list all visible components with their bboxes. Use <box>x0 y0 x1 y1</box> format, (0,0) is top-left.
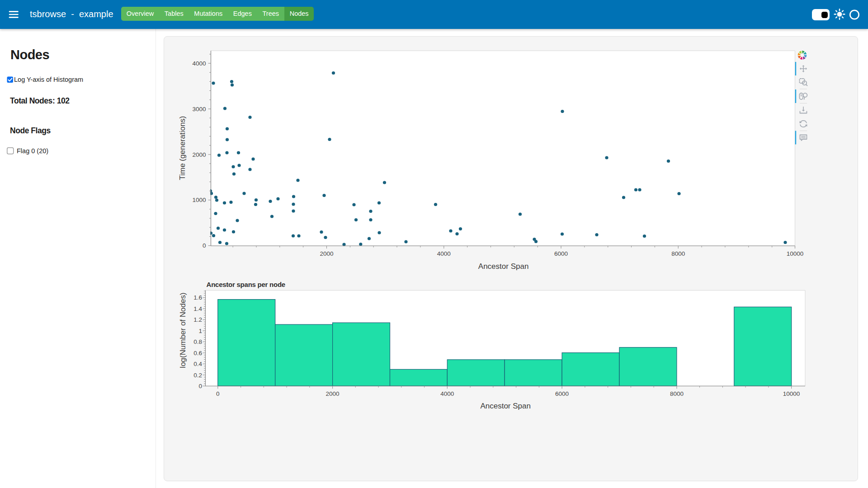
svg-text:4000: 4000 <box>437 250 451 257</box>
svg-text:log(Number of Nodes): log(Number of Nodes) <box>179 292 187 368</box>
svg-text:3000: 3000 <box>193 106 206 113</box>
svg-text:0.2: 0.2 <box>193 372 202 379</box>
svg-text:Ancestor spans per node: Ancestor spans per node <box>207 281 285 288</box>
svg-text:2000: 2000 <box>193 151 206 158</box>
svg-text:1000: 1000 <box>193 197 206 203</box>
svg-text:0.8: 0.8 <box>193 338 202 345</box>
svg-text:4000: 4000 <box>193 60 206 67</box>
svg-text:8000: 8000 <box>671 250 685 257</box>
svg-text:6000: 6000 <box>555 390 569 397</box>
svg-text:10000: 10000 <box>783 390 800 397</box>
svg-text:Ancestor Span: Ancestor Span <box>480 402 531 410</box>
svg-text:2000: 2000 <box>320 250 333 257</box>
svg-text:1.2: 1.2 <box>193 316 202 323</box>
svg-text:2000: 2000 <box>326 390 340 397</box>
svg-text:Ancestor Span: Ancestor Span <box>478 262 529 271</box>
svg-text:0: 0 <box>203 242 206 249</box>
svg-text:1.4: 1.4 <box>193 305 202 312</box>
svg-text:Time (generations): Time (generations) <box>178 116 187 180</box>
svg-text:1: 1 <box>198 328 202 334</box>
svg-text:4000: 4000 <box>440 390 454 397</box>
svg-text:10000: 10000 <box>787 250 804 257</box>
svg-text:0: 0 <box>198 383 202 389</box>
svg-text:1.6: 1.6 <box>193 294 202 301</box>
svg-text:0.6: 0.6 <box>193 350 202 357</box>
svg-text:8000: 8000 <box>670 390 684 397</box>
svg-text:0.4: 0.4 <box>193 361 202 367</box>
svg-text:0: 0 <box>216 390 220 397</box>
svg-text:6000: 6000 <box>554 250 568 257</box>
